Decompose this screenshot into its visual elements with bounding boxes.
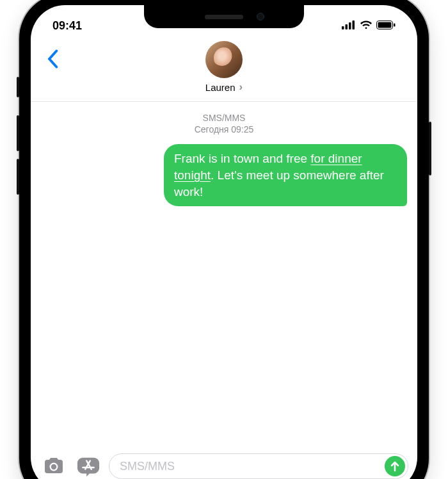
conversation-timestamp: SMS/MMS Сегодня 09:25 [31,102,417,144]
phone-frame: 09:41 Lauren › [19,0,429,479]
screen: 09:41 Lauren › [31,5,417,479]
compose-bar: SMS/MMS [31,448,417,479]
silent-switch [17,77,19,97]
message-input-placeholder: SMS/MMS [120,460,380,473]
contact-name-label: Lauren [205,82,236,93]
chevron-right-icon: › [239,81,243,93]
svg-rect-2 [349,22,351,29]
chevron-left-icon [47,49,58,69]
svg-rect-3 [353,20,355,29]
volume-up-button [17,115,19,151]
arrow-up-icon [390,460,400,472]
channel-label: SMS/MMS [31,112,417,124]
apps-button[interactable] [74,454,102,478]
message-text-before: Frank is in town and free [174,152,310,165]
svg-rect-0 [342,26,344,29]
contact-avatar[interactable] [205,41,243,78]
power-button [429,122,431,175]
wifi-icon [360,19,372,33]
front-camera [257,13,264,20]
svg-rect-6 [394,23,396,26]
bubble-tail [401,195,411,206]
volume-down-button [17,159,19,195]
svg-point-8 [51,464,56,469]
camera-button[interactable] [40,454,68,478]
send-button[interactable] [385,456,405,476]
message-row: Frank is in town and free for dinner ton… [31,144,417,214]
status-time: 09:41 [52,19,82,33]
speaker-grille [205,15,243,19]
battery-icon [376,19,396,33]
sent-message-bubble[interactable]: Frank is in town and free for dinner ton… [164,144,407,206]
app-store-icon [76,455,100,477]
cellular-icon [342,19,356,33]
back-button[interactable] [40,45,65,73]
svg-rect-1 [346,24,348,29]
conversation-header: Lauren › [31,38,417,102]
camera-icon [42,457,65,475]
message-input[interactable]: SMS/MMS [109,453,408,479]
svg-rect-5 [378,22,392,28]
contact-name-button[interactable]: Lauren › [205,81,243,93]
timestamp-label: Сегодня 09:25 [31,124,417,135]
notch [144,5,304,28]
